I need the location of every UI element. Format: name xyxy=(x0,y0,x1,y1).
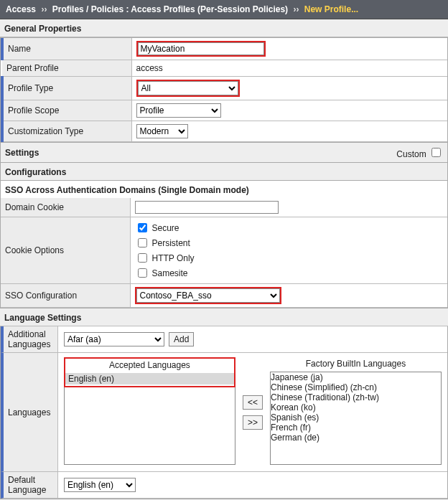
profile-type-select[interactable]: All xyxy=(138,81,238,95)
factory-language-item[interactable]: Korean (ko) xyxy=(271,402,441,412)
breadcrumb: Access ›› Profiles / Policies : Access P… xyxy=(0,0,448,19)
default-language-label: Default Language xyxy=(1,472,58,499)
httponly-label: HTTP Only xyxy=(152,253,195,263)
add-button[interactable]: Add xyxy=(169,332,194,346)
customization-type-select[interactable]: Modern xyxy=(136,124,188,138)
parent-profile-label: Parent Profile xyxy=(2,60,131,77)
domain-cookie-input[interactable] xyxy=(135,201,279,214)
section-language-title: Language Settings xyxy=(0,308,448,326)
samesite-label: Samesite xyxy=(152,268,188,278)
sso-config-label: SSO Configuration xyxy=(1,284,130,308)
httponly-checkbox[interactable] xyxy=(138,253,147,263)
custom-toggle: Custom xyxy=(396,146,443,159)
parent-profile-value: access xyxy=(131,60,447,77)
accepted-languages-list[interactable] xyxy=(64,387,235,465)
additional-language-select[interactable]: Afar (aa) xyxy=(64,332,164,346)
factory-languages-title: Factory BuiltIn Languages xyxy=(270,357,442,372)
secure-label: Secure xyxy=(152,223,179,233)
factory-language-item[interactable]: Japanese (ja) xyxy=(271,372,441,382)
profile-type-label: Profile Type xyxy=(2,77,131,100)
profile-scope-select[interactable]: Profile xyxy=(136,103,221,118)
factory-language-item[interactable]: German (de) xyxy=(271,433,441,443)
samesite-checkbox[interactable] xyxy=(138,268,147,278)
chevron-icon: ›› xyxy=(38,4,50,14)
highlight-accepted: Accepted Languages English (en) xyxy=(64,357,235,387)
default-language-select[interactable]: English (en) xyxy=(64,478,136,492)
move-right-button[interactable]: >> xyxy=(243,415,263,430)
customization-type-label: Customization Type xyxy=(2,121,131,142)
section-general-title: General Properties xyxy=(0,19,448,37)
languages-label: Languages xyxy=(1,353,58,472)
highlight-sso-config: Contoso_FBA_sso xyxy=(135,287,281,304)
persistent-checkbox[interactable] xyxy=(138,238,147,247)
factory-languages-column: Factory BuiltIn Languages Japanese (ja) … xyxy=(270,357,442,467)
custom-checkbox[interactable] xyxy=(431,148,441,157)
accepted-languages-column: Accepted Languages English (en) xyxy=(64,357,235,467)
sso-title: SSO Across Authentication Domains (Singl… xyxy=(1,181,447,198)
settings-bar: Settings Custom xyxy=(0,143,448,163)
factory-language-item[interactable]: Spanish (es) xyxy=(271,412,441,423)
breadcrumb-root[interactable]: Access xyxy=(6,4,36,14)
accepted-language-item[interactable]: English (en) xyxy=(65,373,234,385)
chevron-icon: ›› xyxy=(290,4,302,14)
secure-checkbox[interactable] xyxy=(138,223,147,232)
section-configurations-title: Configurations xyxy=(0,163,448,181)
factory-languages-list[interactable]: Japanese (ja) Chinese (Simplified) (zh-c… xyxy=(270,372,442,465)
highlight-profile-type: All xyxy=(136,80,240,97)
custom-label: Custom xyxy=(396,149,426,159)
name-label: Name xyxy=(2,38,131,60)
breadcrumb-current: New Profile... xyxy=(304,4,358,14)
name-input[interactable] xyxy=(138,42,264,55)
accepted-languages-title: Accepted Languages xyxy=(65,359,234,373)
factory-language-item[interactable]: Chinese (Traditional) (zh-tw) xyxy=(271,392,441,402)
move-left-button[interactable]: << xyxy=(243,395,263,410)
factory-language-item[interactable]: French (fr) xyxy=(271,423,441,433)
cookie-options-label: Cookie Options xyxy=(1,217,130,284)
factory-language-item[interactable]: Chinese (Simplified) (zh-cn) xyxy=(271,382,441,392)
breadcrumb-section[interactable]: Profiles / Policies : Access Profiles (P… xyxy=(52,4,288,14)
sso-config-select[interactable]: Contoso_FBA_sso xyxy=(136,288,280,303)
domain-cookie-label: Domain Cookie xyxy=(1,198,130,217)
profile-scope-label: Profile Scope xyxy=(2,100,131,121)
section-settings-title: Settings xyxy=(5,148,39,158)
persistent-label: Persistent xyxy=(152,238,190,248)
highlight-name xyxy=(136,41,266,57)
additional-languages-label: Additional Languages xyxy=(1,326,58,353)
